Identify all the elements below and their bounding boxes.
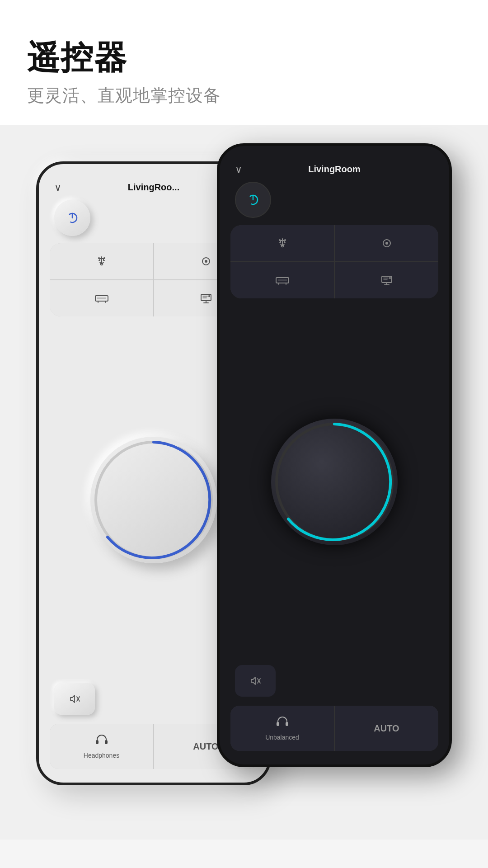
phone-dark: ∨ LivingRoom: [217, 143, 452, 767]
mute-button-dark[interactable]: [235, 665, 276, 697]
svg-point-22: [284, 239, 286, 241]
svg-rect-18: [105, 740, 108, 744]
hdmi-button-light[interactable]: [50, 280, 153, 316]
page-subtitle: 更灵活、直观地掌控设备: [27, 84, 461, 107]
auto-button-dark[interactable]: AUTO: [335, 706, 438, 751]
headphones-icon-light: [95, 734, 108, 749]
svg-rect-37: [286, 722, 288, 726]
page-header: 遥控器 更灵活、直观地掌控设备: [0, 0, 488, 125]
hdmi-button-dark[interactable]: [230, 262, 334, 298]
svg-rect-36: [277, 722, 279, 726]
room-label-light: LivingRoo...: [128, 182, 179, 193]
svg-point-6: [205, 260, 207, 263]
phone-dark-header: ∨ LivingRoom: [230, 164, 438, 175]
unbalanced-button-dark[interactable]: Unbalanced: [230, 706, 334, 751]
auto-label-light: AUTO: [193, 741, 218, 752]
svg-point-11: [208, 295, 210, 297]
headphones-icon-dark: [276, 716, 289, 731]
input-selector-dark: Unbalanced AUTO: [230, 706, 438, 751]
optical-button-dark[interactable]: [335, 225, 438, 261]
input-grid-dark: [230, 225, 438, 298]
power-button-light[interactable]: [54, 200, 90, 236]
svg-point-2: [98, 257, 100, 259]
volume-knob-light[interactable]: [90, 437, 217, 563]
svg-rect-17: [96, 740, 99, 744]
svg-point-25: [385, 242, 388, 245]
headphones-label-light: Headphones: [84, 752, 119, 759]
usb-button-dark[interactable]: [230, 225, 334, 261]
unbalanced-label-dark: Unbalanced: [265, 734, 299, 741]
svg-point-21: [279, 239, 281, 241]
phones-container: ∨ LivingRoo...: [0, 125, 488, 840]
power-button-dark[interactable]: [235, 182, 271, 218]
chevron-down-icon-dark[interactable]: ∨: [235, 164, 242, 175]
auto-label-dark: AUTO: [374, 723, 399, 734]
svg-rect-8: [201, 294, 211, 301]
svg-point-3: [103, 257, 105, 259]
headphones-button-light[interactable]: Headphones: [50, 724, 153, 769]
page-title: 遥控器: [27, 36, 461, 80]
usb-button-light[interactable]: [50, 243, 153, 279]
svg-point-30: [389, 277, 391, 279]
chevron-down-icon[interactable]: ∨: [54, 182, 61, 193]
room-label-dark: LivingRoom: [308, 164, 361, 175]
mute-button-light[interactable]: [54, 683, 95, 715]
tv-button-dark[interactable]: [335, 262, 438, 298]
svg-rect-27: [382, 276, 392, 283]
volume-knob-dark[interactable]: [271, 419, 398, 545]
